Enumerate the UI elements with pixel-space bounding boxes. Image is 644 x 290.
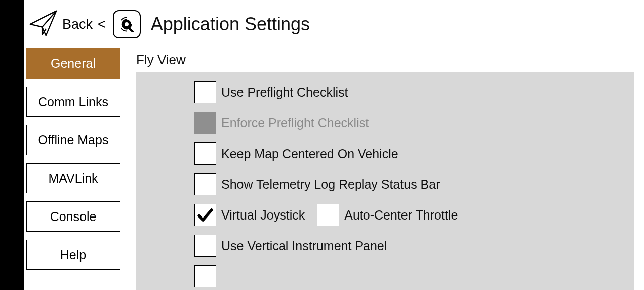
header: Back < Application Settings xyxy=(24,0,644,48)
sidebar-item-label: General xyxy=(51,56,96,71)
sidebar-item-label: Console xyxy=(50,209,97,224)
sidebar-item-general[interactable]: General xyxy=(26,48,120,79)
qgroundcontrol-icon xyxy=(113,10,141,38)
sidebar-item-mavlink[interactable]: MAVLink xyxy=(26,163,120,193)
setting-label: Virtual Joystick xyxy=(221,208,305,223)
checkbox-show-telemetry-log-replay[interactable] xyxy=(194,173,216,195)
sidebar-item-label: Offline Maps xyxy=(38,133,109,148)
svg-point-1 xyxy=(125,22,129,26)
checkbox-keep-map-centered[interactable] xyxy=(194,142,216,165)
paper-airplane-icon xyxy=(28,8,58,40)
checkbox-use-preflight-checklist[interactable] xyxy=(194,81,216,103)
setting-label: Enforce Preflight Checklist xyxy=(221,116,369,130)
sidebar-item-label: MAVLink xyxy=(48,171,98,186)
setting-label: Auto-Center Throttle xyxy=(344,208,458,223)
sidebar-item-console[interactable]: Console xyxy=(26,201,120,232)
sidebar-item-help[interactable]: Help xyxy=(26,240,120,270)
checkbox-use-vertical-instrument-panel[interactable] xyxy=(194,235,216,257)
checkbox-enforce-preflight-checklist xyxy=(194,112,216,134)
setting-label: Keep Map Centered On Vehicle xyxy=(221,147,398,161)
setting-label: Show Telemetry Log Replay Status Bar xyxy=(221,177,440,192)
setting-label: Use Vertical Instrument Panel xyxy=(221,239,387,253)
back-button[interactable]: Back < xyxy=(62,17,106,32)
sidebar: General Comm Links Offline Maps MAVLink … xyxy=(24,48,122,290)
setting-label: Use Preflight Checklist xyxy=(221,85,348,100)
chevron-left-icon: < xyxy=(98,17,106,32)
checkbox-auto-center-throttle[interactable] xyxy=(317,204,339,226)
settings-panel: Use Preflight Checklist Enforce Prefligh… xyxy=(136,72,634,290)
checkbox-cutoff[interactable] xyxy=(194,265,216,287)
sidebar-item-label: Comm Links xyxy=(38,95,108,109)
checkbox-virtual-joystick[interactable] xyxy=(194,204,216,226)
checkmark-icon xyxy=(197,206,214,224)
left-black-strip xyxy=(0,0,24,290)
back-label: Back xyxy=(62,17,93,32)
page-title: Application Settings xyxy=(151,14,310,35)
sidebar-item-label: Help xyxy=(60,248,86,262)
sidebar-item-comm-links[interactable]: Comm Links xyxy=(26,87,120,117)
sidebar-item-offline-maps[interactable]: Offline Maps xyxy=(26,125,120,155)
section-title: Fly View xyxy=(136,48,634,72)
